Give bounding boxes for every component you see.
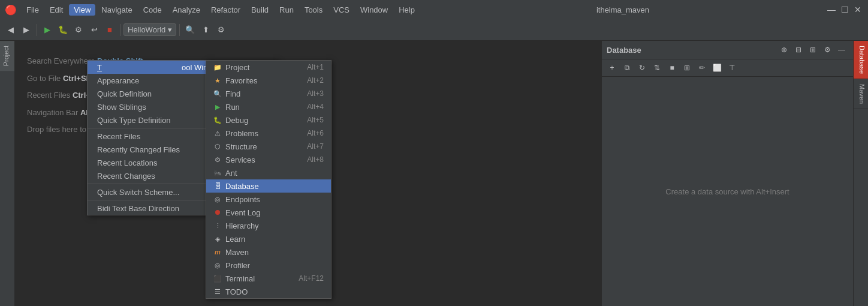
menu-build[interactable]: Build (246, 4, 273, 16)
menu-analyze[interactable]: Analyze (168, 4, 205, 16)
submenu-project[interactable]: 📁 Project Alt+1 (206, 61, 331, 74)
menu-bar: File Edit View Navigate Code Analyze Ref… (22, 4, 420, 16)
favorites-icon: ★ (213, 76, 222, 85)
submenu-endpoints[interactable]: ◎ Endpoints (206, 193, 331, 206)
hierarchy-icon: ⋮ (213, 221, 222, 230)
right-panel: Database ⊕ ⊟ ⊞ ⚙ — + ⧉ ↻ ⇅ ■ ⊞ ✏ ⬜ ⊤ Cre… (601, 41, 853, 306)
endpoints-icon: ◎ (213, 195, 222, 203)
right-panel-add-datasource[interactable]: ⊕ (777, 43, 791, 56)
submenu-favorites[interactable]: ★ Favorites Alt+2 (206, 74, 331, 87)
right-panel-title: Database (607, 46, 641, 55)
terminal-icon: ⬛ (213, 274, 222, 283)
close-button[interactable]: ✕ (852, 4, 863, 15)
project-icon: 📁 (213, 63, 222, 71)
todo-icon: ☰ (213, 287, 222, 296)
left-sidebar: Project (0, 41, 15, 306)
menu-file[interactable]: File (22, 4, 44, 16)
profiler-icon: ◎ (213, 261, 222, 269)
project-tab[interactable]: Project (0, 41, 14, 71)
db-table-btn[interactable]: ⊞ (680, 61, 694, 74)
tool-windows-submenu[interactable]: 📁 Project Alt+1 ★ Favorites Alt+2 🔍 Fi (206, 60, 331, 299)
submenu-learn[interactable]: ◈ Learn (206, 232, 331, 245)
toolbar-forward[interactable]: ▶ (19, 23, 34, 37)
find-icon: 🔍 (213, 89, 222, 98)
menu-help[interactable]: Help (394, 4, 420, 16)
toolbar-settings[interactable]: ⚙ (214, 23, 228, 37)
submenu-problems[interactable]: ⚠ Problems Alt+6 (206, 127, 331, 140)
submenu-services[interactable]: ⚙ Services Alt+8 (206, 153, 331, 166)
ant-icon: 🐜 (213, 169, 222, 177)
title-bar-left: 🔴 File Edit View Navigate Code Analyze R… (5, 4, 420, 16)
main-layout: Project Search Everywhere Double Shift G… (0, 41, 868, 306)
right-panel-settings-expand[interactable]: ⊟ (792, 43, 805, 56)
toolbar-rerun[interactable]: ↩ (87, 23, 101, 37)
db-view-btn[interactable]: ⬜ (710, 61, 724, 74)
toolbar-sep-3 (179, 24, 180, 36)
menu-view[interactable]: View (69, 4, 95, 16)
content-area: Search Everywhere Double Shift Go to Fil… (15, 41, 601, 306)
menu-edit[interactable]: Edit (45, 4, 68, 16)
services-icon: ⚙ (213, 155, 222, 164)
db-copy-btn[interactable]: ⧉ (620, 61, 634, 74)
right-panel-header: Database ⊕ ⊟ ⊞ ⚙ — (602, 41, 853, 59)
right-panel-header-toolbar: ⊕ ⊟ ⊞ ⚙ — (777, 43, 848, 56)
minimize-button[interactable]: — (826, 4, 837, 15)
maven-icon: m (213, 248, 222, 256)
toolbar-debug[interactable]: 🐛 (56, 23, 70, 37)
menu-code[interactable]: Code (138, 4, 167, 16)
submenu-find[interactable]: 🔍 Find Alt+3 (206, 87, 331, 100)
menu-run[interactable]: Run (275, 4, 299, 16)
submenu-debug[interactable]: 🐛 Debug Alt+5 (206, 113, 331, 127)
submenu-terminal[interactable]: ⬛ Terminal Alt+F12 (206, 272, 331, 285)
db-stop-btn[interactable]: ■ (665, 61, 679, 74)
maximize-button[interactable]: ☐ (839, 4, 850, 15)
menu-navigate[interactable]: Navigate (97, 4, 137, 16)
learn-icon: ◈ (213, 235, 222, 243)
db-edit-btn[interactable]: ✏ (695, 61, 709, 74)
menu-vcs[interactable]: VCS (328, 4, 354, 16)
right-panel-content: Create a data source with Alt+Insert (602, 77, 853, 306)
submenu-todo[interactable]: ☰ TODO (206, 285, 331, 298)
submenu-event-log[interactable]: Event Log (206, 206, 331, 219)
event-log-icon (213, 208, 222, 217)
submenu-database[interactable]: 🗄 Database (206, 179, 331, 193)
run-icon: ▶ (213, 103, 222, 111)
problems-icon: ⚠ (213, 129, 222, 137)
db-sync-btn[interactable]: ⇅ (650, 61, 664, 74)
title-bar: 🔴 File Edit View Navigate Code Analyze R… (0, 0, 868, 19)
main-toolbar: ◀ ▶ ▶ 🐛 ⚙ ↩ ■ HelloWorld ▾ 🔍 ⬆ ⚙ (0, 19, 868, 41)
run-config-combo[interactable]: HelloWorld ▾ (123, 23, 176, 36)
run-config-label: HelloWorld (128, 25, 165, 34)
combo-arrow: ▾ (168, 25, 172, 34)
toolbar-coverage[interactable]: ⚙ (71, 23, 86, 37)
db-add-btn[interactable]: + (605, 61, 619, 74)
right-panel-empty-text: Create a data source with Alt+Insert (665, 187, 789, 196)
toolbar-update[interactable]: ⬆ (198, 23, 213, 37)
submenu-structure[interactable]: ⬡ Structure Alt+7 (206, 140, 331, 153)
db-filter-btn[interactable]: ⊤ (725, 61, 739, 74)
toolbar-stop[interactable]: ■ (103, 23, 117, 37)
right-sidebar-database-tab[interactable]: Database (854, 41, 868, 79)
right-panel-gear[interactable]: ⚙ (821, 43, 834, 56)
database-icon: 🗄 (213, 182, 222, 190)
toolbar-search[interactable]: 🔍 (183, 23, 197, 37)
submenu-maven[interactable]: m Maven (206, 245, 331, 259)
right-panel-minimize[interactable]: — (835, 43, 848, 56)
submenu-run[interactable]: ▶ Run Alt+4 (206, 100, 331, 113)
structure-icon: ⬡ (213, 142, 222, 151)
toolbar-run[interactable]: ▶ (40, 23, 55, 37)
menu-tools[interactable]: Tools (300, 4, 327, 16)
window-title: itheima_maven (596, 5, 649, 14)
toolbar-sep-1 (37, 24, 37, 36)
menu-window[interactable]: Window (355, 4, 393, 16)
menu-refactor[interactable]: Refactor (206, 4, 245, 16)
app-logo: 🔴 (5, 4, 17, 16)
submenu-profiler[interactable]: ◎ Profiler (206, 259, 331, 272)
db-refresh-btn[interactable]: ↻ (635, 61, 649, 74)
right-sidebar-maven-tab[interactable]: Maven (854, 79, 868, 109)
toolbar-back[interactable]: ◀ (4, 23, 18, 37)
submenu-hierarchy[interactable]: ⋮ Hierarchy (206, 219, 331, 232)
right-panel-toolbar: + ⧉ ↻ ⇅ ■ ⊞ ✏ ⬜ ⊤ (602, 59, 853, 77)
right-panel-settings-collapse[interactable]: ⊞ (806, 43, 819, 56)
submenu-ant[interactable]: 🐜 Ant (206, 166, 331, 179)
